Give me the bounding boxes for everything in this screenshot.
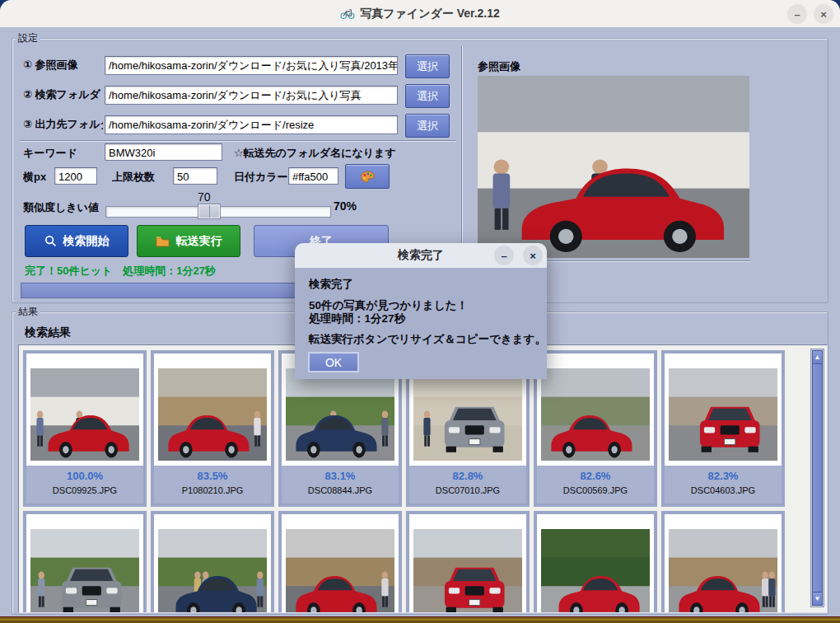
result-card-footer: 82.8% DSC07010.JPG — [409, 466, 526, 504]
result-thumbnail[interactable] — [158, 368, 267, 461]
minimize-button[interactable]: – — [787, 4, 807, 24]
result-thumbnail[interactable] — [669, 368, 777, 461]
keyword-input[interactable]: BMW320i — [105, 143, 222, 161]
similarity-percent-value: 83.1% — [282, 470, 399, 482]
search-start-button[interactable]: 検索開始 — [25, 225, 128, 257]
results-grid: 100.0% DSC09925.JPG 83.5% P1080210.JPG — [19, 345, 809, 612]
dialog-close-button[interactable]: × — [523, 246, 543, 265]
similarity-percent-value: 82.3% — [665, 470, 782, 482]
result-card-footer: 100.0% DSC09925.JPG — [26, 466, 143, 504]
similarity-percent-value: 82.6% — [537, 470, 654, 482]
dialog-ok-button[interactable]: OK — [308, 352, 359, 372]
limit-count-label: 上限枚数 — [112, 170, 155, 185]
result-card[interactable] — [23, 511, 147, 613]
similarity-percent-value: 82.8% — [409, 470, 526, 482]
result-thumbnail[interactable] — [286, 368, 394, 461]
result-filename: P1080210.JPG — [154, 485, 271, 495]
transfer-execute-label: 転送実行 — [176, 234, 222, 249]
reference-image-select-button[interactable]: 選択 — [405, 54, 450, 78]
bicycle-app-icon — [340, 7, 355, 20]
dialog-body: 検索完了 50件の写真が見つかりました！ 処理時間：1分27秒 転送実行ボタンで… — [295, 268, 547, 379]
result-card[interactable]: 82.3% DSC04603.JPG — [661, 350, 785, 507]
date-color-label: 日付カラー — [234, 170, 288, 185]
similarity-slider-handle[interactable] — [198, 204, 221, 219]
result-card[interactable]: 100.0% DSC09925.JPG — [23, 350, 147, 507]
dialog-minimize-button[interactable]: – — [494, 246, 514, 265]
result-card-footer: 82.6% DSC00569.JPG — [537, 466, 654, 504]
search-start-label: 検索開始 — [63, 234, 110, 249]
result-thumbnail[interactable] — [541, 529, 650, 613]
result-card-footer: 83.1% DSC08844.JPG — [282, 466, 399, 504]
result-filename: DSC09925.JPG — [26, 485, 143, 495]
dialog-message-4: 転送実行ボタンでリサイズ＆コピーできます。 — [309, 332, 546, 347]
close-button[interactable]: × — [814, 4, 833, 24]
result-filename: DSC07010.JPG — [409, 485, 526, 495]
result-thumbnail[interactable] — [30, 529, 139, 613]
result-card-footer: 83.5% P1080210.JPG — [154, 466, 271, 504]
result-card[interactable] — [406, 511, 530, 613]
results-group-label: 結果 — [16, 305, 40, 319]
keyword-label: キーワード — [23, 146, 103, 161]
similarity-percent-value: 100.0% — [26, 470, 143, 482]
settings-group-label: 設定 — [16, 31, 40, 45]
result-thumbnail[interactable] — [158, 529, 267, 613]
result-card-footer: 82.3% DSC04603.JPG — [665, 466, 782, 504]
output-folder-label: ③ 出力先フォルダ — [23, 117, 103, 132]
result-thumbnail[interactable] — [413, 368, 522, 461]
desktop-background — [0, 616, 840, 623]
dialog-title-bar: 検索完了 – × — [295, 243, 547, 268]
result-card[interactable] — [151, 511, 274, 613]
result-thumbnail[interactable] — [669, 529, 777, 613]
result-thumbnail[interactable] — [286, 529, 394, 613]
search-folder-label: ② 検索フォルダ — [23, 87, 103, 102]
results-panel: 100.0% DSC09925.JPG 83.5% P1080210.JPG — [18, 344, 828, 613]
transfer-execute-button[interactable]: 転送実行 — [137, 225, 240, 257]
color-picker-button[interactable] — [345, 164, 390, 189]
keyword-note: ☆転送先のフォルダ名になります — [234, 146, 396, 161]
dialog-message-3: 処理時間：1分27秒 — [309, 312, 405, 326]
result-thumbnail[interactable] — [413, 529, 522, 613]
result-filename: DSC08844.JPG — [282, 485, 399, 495]
result-thumbnail[interactable] — [30, 368, 139, 461]
dialog-title: 検索完了 — [398, 248, 444, 263]
slider-value: 70 — [198, 190, 211, 204]
limit-count-input[interactable]: 50 — [173, 167, 217, 185]
reference-preview-image — [478, 76, 749, 258]
status-text: 完了！50件ヒット 処理時間：1分27秒 — [25, 264, 216, 279]
similarity-threshold-label: 類似度しきい値 — [23, 200, 105, 215]
scrollbar-thumb[interactable] — [812, 363, 823, 593]
result-thumbnail[interactable] — [541, 368, 650, 461]
similarity-percent-value: 83.5% — [154, 470, 271, 482]
search-folder-path-input[interactable]: /home/hikosama-zorin/ダウンロード/お気に入り写真 — [105, 86, 398, 105]
result-card[interactable] — [278, 511, 402, 613]
search-folder-select-button[interactable]: 選択 — [405, 84, 450, 108]
settings-separator — [20, 140, 456, 142]
result-filename: DSC00569.JPG — [537, 485, 654, 495]
reference-image-label: ① 参照画像 — [23, 58, 103, 73]
results-scrollbar[interactable]: ▲ ▼ — [810, 349, 824, 607]
reference-image-path-input[interactable]: /home/hikosama-zorin/ダウンロード/お気に入り写真/2013… — [105, 56, 398, 75]
title-bar: 写真ファインダー Ver.2.12 – × — [0, 0, 840, 27]
result-card[interactable] — [534, 511, 657, 613]
search-complete-dialog: 検索完了 – × 検索完了 50件の写真が見つかりました！ 処理時間：1分27秒… — [295, 243, 547, 379]
dialog-message-1: 検索完了 — [309, 277, 353, 292]
scroll-up-button[interactable]: ▲ — [812, 350, 823, 364]
folder-icon — [156, 236, 170, 247]
results-heading: 検索結果 — [25, 326, 71, 340]
width-px-label: 横px — [23, 170, 46, 185]
width-px-input[interactable]: 1200 — [54, 167, 97, 185]
palette-icon — [361, 171, 375, 183]
search-icon — [44, 235, 57, 247]
scroll-down-button[interactable]: ▼ — [812, 592, 823, 606]
result-card[interactable]: 82.6% DSC00569.JPG — [534, 350, 657, 507]
window-title: 写真ファインダー Ver.2.12 — [360, 7, 500, 21]
result-card[interactable]: 83.5% P1080210.JPG — [151, 350, 274, 507]
output-folder-path-input[interactable]: /home/hikosama-zorin/ダウンロード/resize — [105, 115, 398, 134]
similarity-percent: 70% — [334, 199, 357, 213]
date-color-input[interactable]: #ffa500 — [288, 167, 338, 185]
reference-preview-label: 参照画像 — [478, 59, 520, 74]
result-card[interactable] — [661, 511, 785, 613]
output-folder-select-button[interactable]: 選択 — [405, 114, 450, 138]
result-filename: DSC04603.JPG — [665, 485, 782, 495]
